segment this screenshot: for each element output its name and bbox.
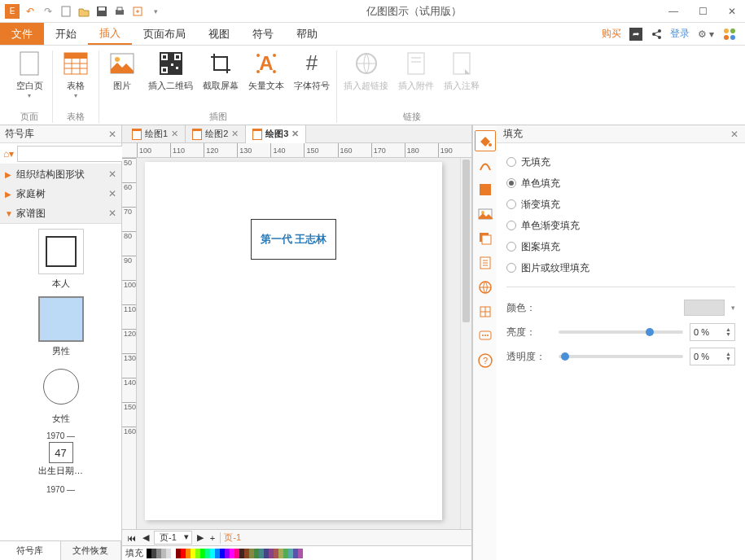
help-tool-icon[interactable]: ? <box>475 350 496 371</box>
svg-rect-29 <box>171 63 173 66</box>
layer-tool-icon[interactable] <box>475 228 496 249</box>
home-icon[interactable]: ⌂▾ <box>3 146 14 162</box>
close-button[interactable]: ✕ <box>724 4 740 19</box>
page-first[interactable]: ⏮ <box>125 533 138 543</box>
menu-start[interactable]: 开始 <box>44 23 88 45</box>
canvas-page[interactable]: 第一代 王志林 <box>145 162 442 520</box>
close-icon[interactable]: ✕ <box>730 129 738 140</box>
page-select[interactable]: 页-1▾ <box>154 531 192 545</box>
tab-symbol-library[interactable]: 符号库 <box>0 541 61 560</box>
close-icon[interactable]: ✕ <box>108 188 116 199</box>
blank-page-icon <box>16 50 42 77</box>
shape-female[interactable]: 女性 <box>7 364 115 425</box>
brightness-slider[interactable] <box>559 330 683 334</box>
fill-option-gradient[interactable]: 渐变填充 <box>506 194 735 215</box>
shape-tool-icon[interactable] <box>475 179 496 200</box>
save-icon[interactable] <box>94 4 109 19</box>
shape-self[interactable]: 本人 <box>7 229 115 290</box>
accordion-org-shapes[interactable]: ▶ 组织结构图形状 ✕ <box>0 164 121 184</box>
buy-button[interactable]: 购买 <box>602 27 621 41</box>
color-palette[interactable] <box>147 549 303 558</box>
color-picker[interactable] <box>684 300 725 316</box>
accordion-genealogy[interactable]: ▼ 家谱图 ✕ <box>0 203 121 223</box>
undo-icon[interactable]: ↶ <box>23 4 37 19</box>
print-icon[interactable] <box>112 4 127 19</box>
page-current[interactable]: 页-1 <box>224 532 241 544</box>
ribbon-table[interactable]: 表格 ▾ <box>59 50 92 109</box>
tab-file-recovery[interactable]: 文件恢复 <box>61 541 122 560</box>
maximize-button[interactable]: ☐ <box>695 4 711 19</box>
canvas-node[interactable]: 第一代 王志林 <box>251 219 336 260</box>
fill-option-none[interactable]: 无填充 <box>506 151 735 173</box>
page-tool-icon[interactable] <box>475 252 496 273</box>
ribbon-font-symbol[interactable]: # 字体符号 <box>294 50 330 109</box>
export-button[interactable]: ➦ <box>629 28 642 41</box>
settings-icon[interactable]: ⚙ ▾ <box>698 28 714 40</box>
close-icon[interactable]: ✕ <box>108 168 116 180</box>
page-next[interactable]: ▶ <box>195 532 205 543</box>
export-icon[interactable] <box>130 4 145 19</box>
canvas[interactable]: 第一代 王志林 <box>137 158 460 529</box>
page-add[interactable]: + <box>208 533 217 543</box>
attachment-icon <box>403 50 429 77</box>
new-icon[interactable] <box>59 4 73 19</box>
menu-page-layout[interactable]: 页面布局 <box>132 23 197 45</box>
minimize-button[interactable]: — <box>665 4 681 19</box>
symbol-tool-icon[interactable] <box>475 301 496 322</box>
page-bar: ⏮ ◀ 页-1▾ ▶ + 页-1 <box>122 529 471 545</box>
doc-tab-2[interactable]: 绘图2✕ <box>186 125 246 143</box>
comment-tool-icon[interactable] <box>475 326 496 347</box>
ribbon-vector-text[interactable]: A 矢量文本 <box>248 50 284 109</box>
open-icon[interactable] <box>77 4 91 19</box>
svg-point-57 <box>482 335 484 336</box>
shape-male[interactable]: 男性 <box>7 296 115 357</box>
line-tool-icon[interactable] <box>475 155 496 176</box>
svg-point-59 <box>487 335 489 336</box>
svg-rect-28 <box>163 68 166 72</box>
ribbon-group-page-label: 页面 <box>20 109 38 123</box>
fill-tool-icon[interactable] <box>475 130 496 151</box>
chevron-down-icon[interactable]: ▾ <box>731 304 735 312</box>
ribbon-qrcode[interactable]: 插入二维码 <box>148 50 193 109</box>
opacity-slider[interactable] <box>559 355 683 358</box>
scrollbar-vertical[interactable] <box>460 158 471 529</box>
shape-date2[interactable]: 1970 — <box>7 485 115 494</box>
close-icon[interactable]: ✕ <box>108 129 116 140</box>
ribbon-image[interactable]: 图片 <box>106 50 138 109</box>
image-tool-icon[interactable] <box>475 203 496 225</box>
menu-view[interactable]: 视图 <box>197 23 241 45</box>
doc-icon <box>252 129 262 140</box>
menu-file[interactable]: 文件 <box>0 23 44 45</box>
close-icon[interactable]: ✕ <box>108 208 116 219</box>
qat-dropdown-icon[interactable]: ▾ <box>148 4 163 19</box>
redo-icon[interactable]: ↷ <box>41 4 55 19</box>
search-input[interactable] <box>17 146 138 162</box>
brightness-spinner[interactable]: 0 %▲▼ <box>690 323 735 341</box>
doc-tab-3[interactable]: 绘图3✕ <box>246 125 306 143</box>
close-icon[interactable]: ✕ <box>291 129 299 139</box>
ribbon-screenshot[interactable]: 截取屏幕 <box>203 50 239 109</box>
fill-option-mono-gradient[interactable]: 单色渐变填充 <box>506 215 735 236</box>
doc-tab-1[interactable]: 绘图1✕ <box>125 125 186 143</box>
close-icon[interactable]: ✕ <box>231 129 239 139</box>
app-icon[interactable]: E <box>5 4 20 19</box>
svg-rect-43 <box>480 184 491 195</box>
close-icon[interactable]: ✕ <box>171 129 178 139</box>
opacity-spinner[interactable]: 0 %▲▼ <box>690 348 735 365</box>
share-button[interactable] <box>651 28 662 40</box>
fill-panel-title: 填充 <box>503 127 730 141</box>
login-button[interactable]: 登录 <box>670 27 690 41</box>
ribbon-blank-page[interactable]: 空白页 ▾ <box>13 50 46 109</box>
menu-insert[interactable]: 插入 <box>88 23 132 45</box>
menu-symbols[interactable]: 符号 <box>241 23 285 45</box>
logo-icon[interactable] <box>722 27 737 42</box>
link-tool-icon[interactable] <box>475 277 496 298</box>
fill-option-solid[interactable]: 单色填充 <box>506 173 735 194</box>
page-prev[interactable]: ◀ <box>141 532 151 543</box>
fill-option-pattern[interactable]: 图案填充 <box>506 236 735 257</box>
shape-birthdate[interactable]: 1970 — 47 出生日期… <box>7 431 115 477</box>
fill-panel: 填充 ✕ 无填充 单色填充 渐变填充 单色渐变填充 图案填充 图片或纹理填充 颜… <box>497 125 745 560</box>
menu-help[interactable]: 帮助 <box>285 23 329 45</box>
fill-option-texture[interactable]: 图片或纹理填充 <box>506 257 735 278</box>
accordion-family-tree[interactable]: ▶ 家庭树 ✕ <box>0 184 121 203</box>
